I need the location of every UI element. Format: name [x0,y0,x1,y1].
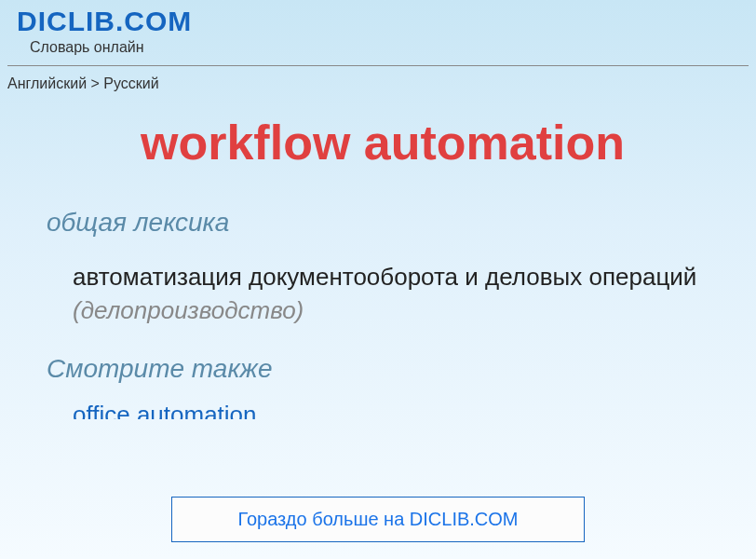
cta-wrapper: Гораздо больше на DICLIB.COM [0,497,756,542]
page-header: DICLIB.COM Словарь онлайн [0,0,756,60]
see-also-item[interactable]: office automation [47,401,719,419]
definition-main: автоматизация документооборота и деловых… [73,263,696,291]
see-also-heading: Смотрите также [47,354,719,384]
site-subtitle: Словарь онлайн [30,39,756,56]
entry-content: workflow automation общая лексика автома… [0,92,756,419]
definition-note: (делопроизводство) [73,296,304,324]
breadcrumb[interactable]: Английский > Русский [0,66,756,92]
entry-category: общая лексика [47,208,719,238]
entry-definition: автоматизация документооборота и деловых… [47,260,719,328]
entry-term: workflow automation [47,115,719,170]
site-title[interactable]: DICLIB.COM [17,6,756,37]
cta-button[interactable]: Гораздо больше на DICLIB.COM [171,497,584,542]
